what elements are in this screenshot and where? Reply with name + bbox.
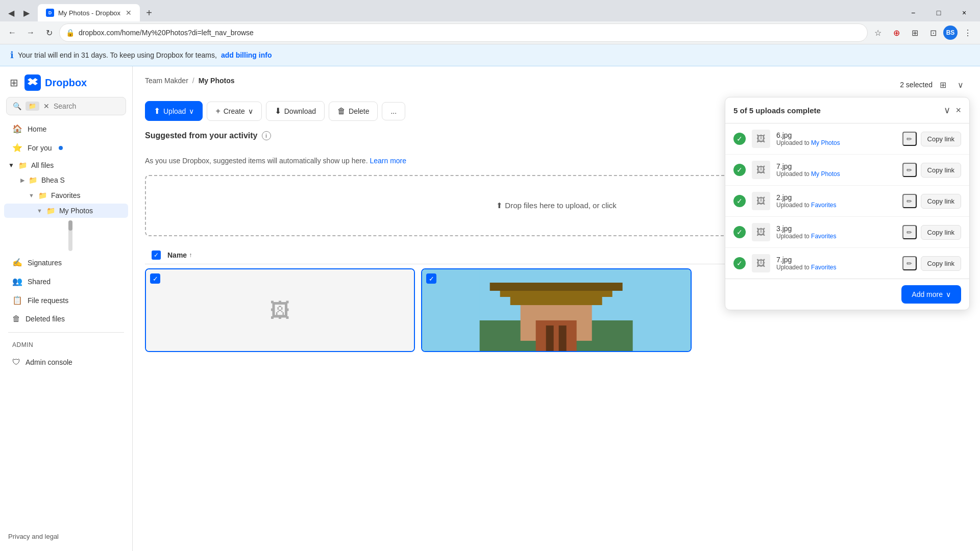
download-btn[interactable]: ⬇ Download	[266, 101, 325, 121]
sidebar-item-shared[interactable]: 👥 Shared	[4, 272, 128, 290]
search-close-icon[interactable]: ✕	[43, 102, 50, 110]
tab-nav-forward[interactable]: ▶	[19, 6, 34, 20]
upload-dest-link-4[interactable]: Favorites	[811, 264, 836, 271]
upload-dest-link-3[interactable]: Favorites	[811, 233, 836, 240]
copy-link-btn-3[interactable]: Copy link	[921, 225, 961, 240]
breadcrumb-team[interactable]: Team Makder	[145, 77, 188, 85]
suggested-title-text: Suggested from your activity	[145, 131, 258, 140]
extension-btn-3[interactable]: ⊡	[925, 24, 941, 41]
upload-btn[interactable]: ⬆ Upload ∨	[145, 101, 203, 121]
upload-thumb-1: 🖼	[752, 161, 770, 179]
upload-dest-link-2[interactable]: Favorites	[811, 202, 836, 209]
billing-link[interactable]: add billing info	[221, 51, 272, 59]
dropbox-logo[interactable]: Dropbox	[24, 74, 87, 91]
close-btn[interactable]: ×	[952, 4, 976, 21]
maximize-btn[interactable]: □	[927, 4, 950, 21]
upload-edit-btn-0[interactable]: ✏	[902, 132, 917, 146]
suggested-info-icon[interactable]: i	[262, 131, 271, 140]
upload-item-actions-1: ✏ Copy link	[902, 163, 961, 178]
name-column-header[interactable]: Name ↑	[167, 251, 192, 259]
sidebar-item-for-you[interactable]: ⭐ For you	[4, 139, 128, 157]
tab-nav-back[interactable]: ◀	[4, 6, 18, 20]
upload-edit-btn-4[interactable]: ✏	[902, 256, 917, 270]
address-bar[interactable]: 🔒 dropbox.com/home/My%20Photos?di=left_n…	[59, 23, 868, 42]
minimize-btn[interactable]: −	[901, 4, 925, 21]
upload-edit-btn-3[interactable]: ✏	[902, 225, 917, 239]
bookmark-btn[interactable]: ☆	[870, 24, 886, 41]
sidebar-item-home[interactable]: 🏠 Home	[4, 120, 128, 138]
sidebar-item-bhea-s[interactable]: ▶ 📁 Bhea S	[4, 173, 128, 187]
sidebar-search[interactable]: 🔍 📁 ✕	[6, 97, 126, 115]
copy-link-btn-2[interactable]: Copy link	[921, 194, 961, 209]
sidebar-privacy-link[interactable]: Privacy and legal	[8, 530, 124, 543]
upload-dest-link-0[interactable]: My Photos	[811, 139, 840, 146]
copy-link-btn-4[interactable]: Copy link	[921, 256, 961, 271]
signatures-icon: ✍	[12, 258, 22, 267]
trial-info-icon: ℹ	[10, 49, 14, 61]
sidebar-item-my-photos[interactable]: ▼ 📁 My Photos	[4, 204, 128, 218]
sidebar-item-file-requests[interactable]: 📋 File requests	[4, 291, 128, 309]
new-tab-btn[interactable]: +	[142, 6, 156, 20]
tab-close-btn[interactable]: ✕	[126, 9, 132, 17]
copy-link-btn-0[interactable]: Copy link	[921, 132, 961, 146]
upload-file-info-0: 6.jpg Uploaded to My Photos	[776, 131, 896, 146]
search-folder-tag: 📁	[26, 102, 39, 111]
tab-bar: ◀ ▶ D My Photos - Dropbox ✕ + − □ ×	[0, 0, 980, 21]
sidebar-item-signatures[interactable]: ✍ Signatures	[4, 254, 128, 271]
file-card-1[interactable]: ✓ 🖼	[145, 268, 415, 352]
name-label: Name	[167, 251, 187, 259]
nav-forward-btn[interactable]: →	[22, 24, 39, 41]
add-more-label: Add more	[912, 290, 943, 298]
create-btn[interactable]: + Create ∨	[207, 102, 261, 121]
delete-btn[interactable]: 🗑 Delete	[329, 102, 378, 121]
upload-dest-link-1[interactable]: My Photos	[811, 170, 840, 178]
file-card-check-1[interactable]: ✓	[150, 273, 160, 284]
sidebar-all-files-toggle[interactable]: ▼ 📁 All files	[0, 159, 132, 170]
sidebar-bottom: Privacy and legal	[0, 525, 132, 547]
breadcrumb-row: Team Makder / My Photos 2 selected ⊞ ∨	[145, 77, 968, 93]
add-more-chevron-icon: ∨	[946, 290, 951, 298]
apps-grid-btn[interactable]: ⊞	[6, 75, 21, 90]
upload-panel-toggle-btn[interactable]: ∨	[944, 105, 950, 116]
upload-item-4: ✓ 🖼 7.jpg Uploaded to Favorites	[725, 248, 969, 279]
upload-edit-btn-1[interactable]: ✏	[902, 163, 917, 177]
search-icon: 🔍	[13, 102, 21, 110]
sidebar-header: ⊞ Dropbox	[0, 70, 132, 97]
extension-btn-2[interactable]: ⊞	[906, 24, 923, 41]
browser-profile[interactable]: BS	[943, 26, 958, 40]
sidebar-item-favorites[interactable]: ▼ 📁 Favorites	[4, 188, 128, 203]
address-bar-row: ← → ↻ 🔒 dropbox.com/home/My%20Photos?di=…	[0, 21, 980, 44]
upload-thumb-2: 🖼	[752, 192, 770, 210]
upload-panel-close-btn[interactable]: ×	[955, 105, 961, 116]
select-all-check[interactable]: ✓	[152, 251, 161, 260]
active-tab[interactable]: D My Photos - Dropbox ✕	[38, 4, 140, 21]
address-search-icon: 🔒	[66, 29, 75, 37]
svg-rect-5	[490, 283, 623, 291]
add-more-btn[interactable]: Add more ∨	[901, 285, 961, 304]
upload-chevron-icon: ∨	[189, 107, 194, 115]
upload-edit-btn-2[interactable]: ✏	[902, 194, 917, 208]
upload-item-0: ✓ 🖼 6.jpg Uploaded to My Photos	[725, 123, 969, 155]
upload-panel-footer: Add more ∨	[725, 279, 969, 310]
create-icon: +	[215, 107, 220, 116]
search-input[interactable]	[54, 102, 133, 110]
file-card-check-2[interactable]: ✓	[426, 273, 436, 284]
select-all-checkbox[interactable]: ✓	[151, 251, 161, 260]
view-toggle-chevron[interactable]: ∨	[953, 78, 968, 92]
sidebar-item-admin-console[interactable]: 🛡 Admin console	[4, 354, 128, 371]
sidebar-item-deleted-files[interactable]: 🗑 Deleted files	[4, 310, 128, 328]
sidebar-item-admin[interactable]: Admin	[4, 337, 128, 353]
app-body: ⊞ Dropbox 🔍 📁 ✕	[0, 66, 980, 551]
more-btn[interactable]: ...	[382, 102, 405, 120]
extension-btn-1[interactable]: ⊕	[888, 24, 904, 41]
grid-view-btn[interactable]: ⊞	[936, 78, 950, 92]
nav-refresh-btn[interactable]: ↻	[41, 24, 57, 41]
upload-btn-label: Upload	[163, 107, 186, 115]
browser-menu-btn[interactable]: ⋮	[960, 24, 976, 41]
file-card-2[interactable]: ✓	[421, 268, 691, 352]
breadcrumb-current: My Photos	[199, 77, 235, 85]
learn-more-link[interactable]: Learn more	[370, 157, 406, 165]
copy-link-btn-1[interactable]: Copy link	[921, 163, 961, 178]
upload-success-icon-4: ✓	[733, 257, 746, 269]
nav-back-btn[interactable]: ←	[4, 24, 20, 41]
